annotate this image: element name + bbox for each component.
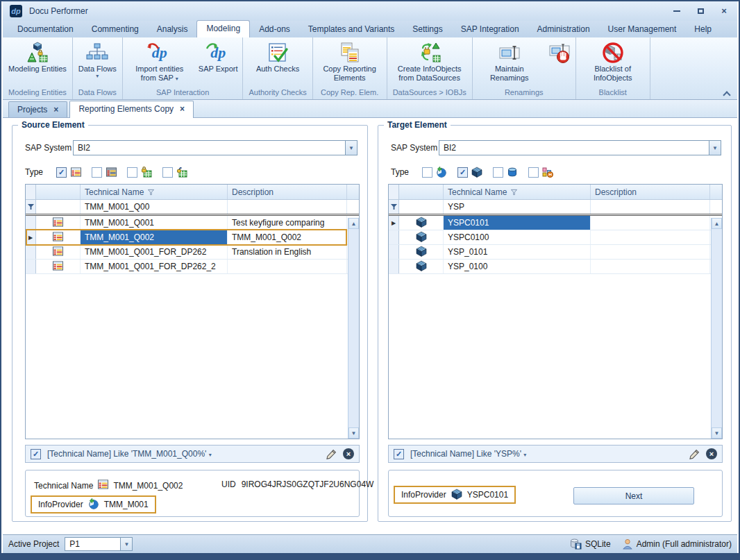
target-panel-title: Target Element [384,120,451,130]
edit-filter-icon[interactable] [689,449,700,459]
table-row-selected[interactable]: ▶ YSPC0101 [389,216,722,230]
source-sap-system-dropdown[interactable]: BI2 ▼ [73,140,358,155]
dso-icon [506,167,519,178]
column-header-description[interactable]: Description [591,185,710,199]
chevron-down-icon[interactable]: ▼ [709,141,721,155]
auth-checks-button[interactable]: Auth Checks [253,40,303,75]
chevron-down-icon: ▾ [96,74,99,79]
tab-page-content: Source Element SAP System BI2 ▼ Type ✓ [3,118,737,532]
tab-settings[interactable]: Settings [403,22,451,37]
table-row[interactable]: YSP_0100 [389,260,722,274]
target-filter-description-input[interactable] [591,200,710,214]
data-flows-button[interactable]: Data Flows ▾ [75,40,120,80]
next-button[interactable]: Next [573,487,694,504]
database-status[interactable]: SQLite [569,538,611,550]
chevron-down-icon[interactable]: ▼ [345,141,357,155]
chevron-down-icon: ▾ [523,452,526,458]
tab-administration[interactable]: Administration [528,22,599,37]
infocube-icon [416,246,427,259]
maintain-renamings-button[interactable]: Maintain Renamings [474,40,545,84]
blacklist-of-infoobjects-button[interactable]: Blacklist of InfoObjects [578,40,648,84]
filter-expression[interactable]: [Technical Name] Like 'YSP%' ▾ [410,449,526,459]
source-infoprovider-highlight: InfoProvider TMM_M001 [31,495,156,514]
infoprovider-label: InfoProvider [401,490,446,500]
ribbon-group-data-flows: Data Flows ▾ Data Flows [73,37,123,99]
modeling-entities-button[interactable]: Modeling Entities [5,40,70,75]
column-header-technical-name[interactable]: Technical Name [81,185,228,199]
table-row[interactable]: TMM_M001_Q001 Test keyfigure comparing [26,216,359,230]
scroll-up-icon[interactable]: ▲ [348,218,359,229]
current-user[interactable]: Admin (Full administrator) [622,538,732,550]
column-header-technical-name[interactable]: Technical Name [444,185,591,199]
restore-button[interactable] [694,6,707,16]
query-icon [53,232,63,244]
table-row[interactable]: YSPC0100 [389,230,722,245]
table-row[interactable]: YSP_0101 [389,245,722,260]
modeling-entities-icon [26,41,49,65]
filter-enabled-checkbox[interactable]: ✓ [31,449,41,459]
tab-add-ons[interactable]: Add-ons [250,22,299,37]
tab-modeling[interactable]: Modeling [196,20,250,37]
filter-row-icon [389,200,399,214]
clear-filter-icon[interactable]: × [343,448,354,459]
web-template-type-checkbox[interactable] [162,167,173,178]
infocube-icon [451,489,462,502]
close-button[interactable]: × [718,6,730,16]
close-icon[interactable]: × [53,106,58,113]
clear-filter-icon[interactable]: × [706,448,717,459]
auth-checks-icon [267,41,289,65]
table-row-selected[interactable]: ▶ TMM_M001_Q002 TMM_M001_Q002 [26,230,359,245]
tab-templates-and-variants[interactable]: Templates and Variants [299,22,404,37]
edit-filter-icon[interactable] [326,449,337,459]
scroll-down-icon[interactable]: ▼ [712,427,722,439]
source-filter-description-input[interactable] [228,200,347,214]
column-header-description[interactable]: Description [228,185,347,199]
infoset-type-checkbox[interactable] [528,167,539,178]
target-table: Technical Name Description YSP ▶ Y [388,184,723,439]
renaming-restrictions-icon [548,41,571,65]
filter-expression[interactable]: [Technical Name] Like 'TMM_M001_Q00%' ▾ [47,449,212,459]
filter-pin-icon[interactable] [147,189,155,196]
target-filter-input[interactable]: YSP [444,200,591,214]
filter-pin-icon[interactable] [510,189,518,196]
target-selection-details: InfoProvider YSPC0101 Next [388,470,723,517]
copy-reporting-elements-button[interactable]: Copy Reporting Elements [314,40,385,84]
workbook-type-checkbox[interactable] [127,167,137,178]
table-row[interactable]: TMM_M001_Q001_FOR_DP262 Translation in E… [26,245,359,260]
chevron-down-icon[interactable]: ▼ [120,538,132,550]
create-infoobjects-button[interactable]: Create InfoObjects from DataSources [394,40,465,84]
tab-user-management[interactable]: User Management [599,22,686,37]
source-filter-input[interactable]: TMM_M001_Q00 [81,200,228,214]
tab-documentation[interactable]: Documentation [8,22,83,37]
sap-export-button[interactable]: dp SAP Export [195,40,242,75]
dso-type-checkbox[interactable] [493,167,503,178]
infocube-icon [416,260,427,273]
target-sap-system-dropdown[interactable]: BI2 ▼ [439,140,721,155]
query-view-type-checkbox[interactable] [92,167,102,178]
active-project-dropdown[interactable]: P1 ▼ [65,537,133,551]
infocube-type-checkbox[interactable]: ✓ [457,167,468,178]
close-icon[interactable]: × [180,105,185,112]
vertical-scrollbar[interactable]: ▲ ▼ [711,218,722,439]
query-icon [53,217,63,229]
doc-tab-projects[interactable]: Projects × [8,101,67,117]
source-panel-title: Source Element [18,120,88,130]
scroll-down-icon[interactable]: ▼ [348,427,359,439]
tab-sap-integration[interactable]: SAP Integration [452,22,528,37]
source-table: Technical Name Description TMM_M001_Q00 [25,184,360,439]
query-icon [53,246,63,258]
vertical-scrollbar[interactable]: ▲ ▼ [348,218,359,439]
tab-analysis[interactable]: Analysis [148,22,197,37]
import-entities-from-sap-button[interactable]: dp Import entities from SAP ▾ [124,40,195,84]
table-row[interactable]: TMM_M001_Q001_FOR_DP262_2 [26,260,359,274]
query-type-checkbox[interactable]: ✓ [56,167,67,178]
ribbon-collapse-button[interactable] [723,90,729,96]
doc-tab-reporting-elements-copy[interactable]: Reporting Elements Copy × [69,101,194,118]
filter-enabled-checkbox[interactable]: ✓ [394,449,404,459]
tab-commenting[interactable]: Commenting [83,22,148,37]
tab-help[interactable]: Help [685,22,721,37]
renaming-restrictions-button[interactable] [545,40,574,66]
scroll-up-icon[interactable]: ▲ [712,218,722,229]
minimize-button[interactable] [671,6,683,16]
multiprovider-type-checkbox[interactable] [422,167,432,178]
